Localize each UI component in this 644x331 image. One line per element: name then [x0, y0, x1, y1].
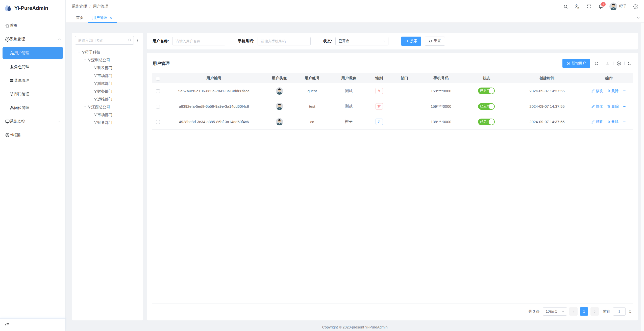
- tab-user-management[interactable]: 用户管理: [88, 13, 117, 22]
- column-settings-button[interactable]: [616, 61, 622, 66]
- tree-node[interactable]: 深圳总公司: [75, 56, 140, 64]
- tree-node-label: 财务部门: [97, 119, 112, 126]
- cell-actions: 修改删除: [585, 99, 633, 114]
- gear-icon: [633, 4, 638, 9]
- prev-page-button[interactable]: [569, 307, 578, 316]
- add-user-button[interactable]: 新增用户: [562, 59, 590, 68]
- search-button[interactable]: [560, 0, 572, 13]
- sidebar-item-system-management[interactable]: 系统管理: [0, 33, 65, 45]
- collapse-sidebar-icon[interactable]: [5, 322, 9, 327]
- tree-node[interactable]: 运维部门: [75, 95, 140, 103]
- status-toggle[interactable]: 已启用: [478, 103, 495, 110]
- row-checkbox[interactable]: [156, 120, 160, 124]
- tree-node-label: 橙子科技: [85, 48, 100, 56]
- card-title: 用户管理: [153, 61, 170, 66]
- divider: [613, 62, 613, 65]
- edit-button[interactable]: 修改: [591, 119, 603, 124]
- tree-node[interactable]: 橙子科技: [75, 48, 140, 56]
- divider: [624, 62, 625, 65]
- tree-node-label: 市场部门: [97, 111, 112, 119]
- fullscreen-button[interactable]: [583, 0, 595, 13]
- density-button[interactable]: [605, 61, 610, 66]
- pencil-icon: [591, 120, 595, 124]
- caret-down-icon[interactable]: [77, 51, 82, 54]
- sidebar-item-menu-management[interactable]: 菜单管理: [0, 75, 65, 86]
- sidebar-item-label: 系统管理: [10, 37, 25, 42]
- tree-node[interactable]: 财务部门: [75, 119, 140, 126]
- sidebar-item-user-management[interactable]: 用户管理: [3, 47, 63, 59]
- sidebar-item-yi-framework[interactable]: Yi框架: [0, 129, 65, 141]
- department-search-input[interactable]: [75, 36, 134, 45]
- tree-node[interactable]: 测试部门: [75, 79, 140, 87]
- cell-status: 已启用: [464, 99, 509, 114]
- scrollbar[interactable]: [641, 13, 644, 331]
- breadcrumb-item[interactable]: 系统管理: [72, 4, 87, 9]
- sidebar-item-role-management[interactable]: 角色管理: [0, 61, 65, 73]
- more-actions-button[interactable]: [623, 104, 627, 108]
- page-size-select[interactable]: 10条/页: [543, 307, 567, 316]
- caret-down-icon[interactable]: [83, 105, 88, 108]
- more-actions-button[interactable]: [623, 120, 627, 124]
- status-toggle[interactable]: 已启用: [478, 119, 495, 125]
- cell-created: 2024-09-07 14:37:55: [509, 99, 585, 114]
- sidebar-item-label: 首页: [10, 23, 17, 28]
- more-actions-button[interactable]: [623, 89, 627, 93]
- page-number-button[interactable]: 1: [580, 307, 588, 316]
- sidebar-item-dept-management[interactable]: 部门管理: [0, 88, 65, 100]
- sidebar-item-home[interactable]: 首页: [0, 20, 65, 31]
- language-button[interactable]: 文A: [572, 0, 583, 13]
- user-menu[interactable]: 橙子: [606, 3, 630, 10]
- tree-node[interactable]: 财务部门: [75, 87, 140, 95]
- delete-button[interactable]: 删除: [607, 89, 619, 93]
- search-submit-button[interactable]: 搜索: [401, 37, 421, 46]
- tree-more-button[interactable]: [135, 37, 140, 44]
- next-page-button[interactable]: [590, 307, 599, 316]
- fullscreen-icon: [587, 4, 591, 9]
- edit-label: 修改: [596, 89, 603, 93]
- dept-icon: [82, 50, 85, 54]
- table-fullscreen-button[interactable]: [627, 61, 632, 65]
- row-checkbox[interactable]: [156, 89, 160, 93]
- svg-text:A: A: [577, 6, 579, 9]
- tree-node[interactable]: 江西总公司: [75, 103, 140, 111]
- pencil-icon: [591, 105, 595, 108]
- tabs-menu-button[interactable]: [634, 13, 642, 23]
- edit-button[interactable]: 修改: [591, 104, 603, 109]
- tree-node[interactable]: 市场部门: [75, 72, 140, 79]
- delete-button[interactable]: 删除: [607, 119, 619, 124]
- cell-dept: [390, 114, 418, 129]
- tree-node[interactable]: 研发部门: [75, 64, 140, 72]
- edit-button[interactable]: 修改: [591, 89, 603, 93]
- dept-icon: [94, 97, 97, 101]
- status-label: 已启用: [480, 89, 490, 93]
- home-icon: [5, 23, 10, 28]
- breadcrumb-item[interactable]: 用户管理: [93, 4, 108, 9]
- dept-icon: [88, 58, 91, 62]
- row-checkbox[interactable]: [156, 105, 160, 108]
- cell-nickname: 测试: [330, 83, 368, 99]
- navbar-actions: 文A 7 橙子: [560, 0, 641, 13]
- trash-icon: [607, 105, 610, 108]
- caret-down-icon[interactable]: [83, 59, 88, 62]
- delete-button[interactable]: 删除: [607, 104, 619, 109]
- settings-button[interactable]: [630, 0, 641, 13]
- user-name-input[interactable]: [172, 37, 225, 45]
- goto-page-input[interactable]: [613, 307, 626, 316]
- logo[interactable]: Yi-PureAdmin: [0, 0, 65, 16]
- column-header-created: 创建时间: [509, 73, 585, 83]
- select-all-checkbox[interactable]: [156, 77, 160, 80]
- status-toggle[interactable]: 已启用: [478, 88, 495, 94]
- phone-number-input[interactable]: [258, 37, 311, 45]
- filter-label: 手机号码:: [238, 39, 254, 44]
- refresh-table-button[interactable]: [594, 61, 599, 66]
- close-tab-button[interactable]: [109, 16, 112, 19]
- tree-node[interactable]: 市场部门: [75, 111, 140, 119]
- status-select[interactable]: 已开启: [335, 37, 388, 45]
- notifications-button[interactable]: 7: [595, 0, 606, 13]
- sidebar-item-post-management[interactable]: 岗位管理: [0, 102, 65, 114]
- row-actions: 修改删除: [585, 104, 633, 109]
- app-title: Yi-PureAdmin: [14, 5, 48, 11]
- tab-home[interactable]: 首页: [72, 13, 88, 22]
- reset-button[interactable]: 重置: [425, 37, 445, 46]
- sidebar-item-system-monitor[interactable]: 系统监控: [0, 116, 65, 127]
